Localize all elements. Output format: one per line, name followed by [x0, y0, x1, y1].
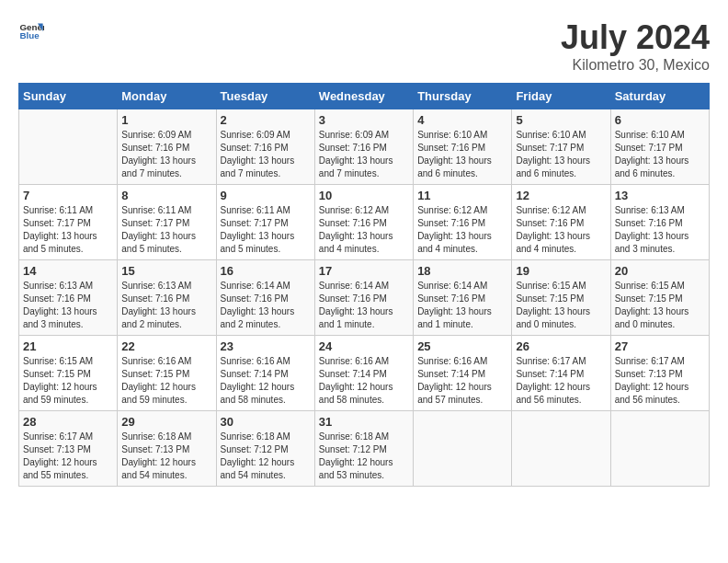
logo: General Blue: [18, 18, 44, 44]
day-number: 5: [516, 113, 606, 127]
day-header-friday: Friday: [512, 84, 610, 109]
calendar-cell: 17Sunrise: 6:14 AM Sunset: 7:16 PM Dayli…: [314, 260, 413, 336]
day-info: Sunrise: 6:13 AM Sunset: 7:16 PM Dayligh…: [121, 280, 211, 331]
day-info: Sunrise: 6:12 AM Sunset: 7:16 PM Dayligh…: [319, 204, 409, 256]
calendar-cell: 29Sunrise: 6:18 AM Sunset: 7:13 PM Dayli…: [118, 411, 216, 487]
day-info: Sunrise: 6:18 AM Sunset: 7:12 PM Dayligh…: [221, 431, 311, 482]
day-number: 7: [23, 189, 113, 202]
day-info: Sunrise: 6:10 AM Sunset: 7:17 PM Dayligh…: [615, 129, 705, 180]
day-info: Sunrise: 6:16 AM Sunset: 7:14 PM Dayligh…: [221, 355, 311, 407]
day-number: 21: [23, 339, 113, 353]
day-info: Sunrise: 6:09 AM Sunset: 7:16 PM Dayligh…: [221, 129, 311, 180]
day-number: 18: [417, 264, 507, 278]
calendar-cell: 20Sunrise: 6:15 AM Sunset: 7:15 PM Dayli…: [610, 260, 709, 336]
day-header-wednesday: Wednesday: [314, 84, 413, 109]
day-number: 11: [417, 189, 507, 202]
day-number: 16: [221, 264, 311, 278]
day-number: 3: [319, 113, 409, 127]
calendar-cell: 5Sunrise: 6:10 AM Sunset: 7:17 PM Daylig…: [512, 109, 610, 185]
calendar-cell: 9Sunrise: 6:11 AM Sunset: 7:17 PM Daylig…: [216, 185, 314, 260]
calendar-cell: [512, 411, 610, 487]
day-info: Sunrise: 6:14 AM Sunset: 7:16 PM Dayligh…: [417, 280, 507, 331]
day-info: Sunrise: 6:13 AM Sunset: 7:16 PM Dayligh…: [23, 280, 113, 331]
day-number: 2: [221, 113, 311, 127]
week-row-2: 7Sunrise: 6:11 AM Sunset: 7:17 PM Daylig…: [19, 185, 710, 260]
day-number: 26: [516, 339, 606, 353]
day-number: 9: [221, 189, 311, 202]
calendar-cell: 7Sunrise: 6:11 AM Sunset: 7:17 PM Daylig…: [19, 185, 118, 260]
calendar-cell: 10Sunrise: 6:12 AM Sunset: 7:16 PM Dayli…: [314, 185, 413, 260]
week-row-3: 14Sunrise: 6:13 AM Sunset: 7:16 PM Dayli…: [19, 260, 710, 336]
day-header-monday: Monday: [118, 84, 216, 109]
day-number: 20: [615, 264, 705, 278]
day-info: Sunrise: 6:12 AM Sunset: 7:16 PM Dayligh…: [417, 204, 507, 256]
day-info: Sunrise: 6:13 AM Sunset: 7:16 PM Dayligh…: [615, 204, 705, 256]
day-info: Sunrise: 6:14 AM Sunset: 7:16 PM Dayligh…: [319, 280, 409, 331]
day-info: Sunrise: 6:11 AM Sunset: 7:17 PM Dayligh…: [23, 204, 113, 256]
week-row-4: 21Sunrise: 6:15 AM Sunset: 7:15 PM Dayli…: [19, 336, 710, 411]
calendar-cell: 27Sunrise: 6:17 AM Sunset: 7:13 PM Dayli…: [610, 336, 709, 411]
calendar-cell: 30Sunrise: 6:18 AM Sunset: 7:12 PM Dayli…: [216, 411, 314, 487]
day-number: 13: [615, 189, 705, 202]
svg-text:Blue: Blue: [19, 30, 40, 40]
logo-icon: General Blue: [18, 18, 44, 44]
day-number: 22: [121, 339, 211, 353]
day-info: Sunrise: 6:16 AM Sunset: 7:14 PM Dayligh…: [417, 355, 507, 407]
day-info: Sunrise: 6:17 AM Sunset: 7:13 PM Dayligh…: [23, 431, 113, 482]
calendar-cell: 2Sunrise: 6:09 AM Sunset: 7:16 PM Daylig…: [216, 109, 314, 185]
calendar-cell: 16Sunrise: 6:14 AM Sunset: 7:16 PM Dayli…: [216, 260, 314, 336]
day-info: Sunrise: 6:16 AM Sunset: 7:14 PM Dayligh…: [319, 355, 409, 407]
calendar-cell: 28Sunrise: 6:17 AM Sunset: 7:13 PM Dayli…: [19, 411, 118, 487]
calendar-cell: 25Sunrise: 6:16 AM Sunset: 7:14 PM Dayli…: [414, 336, 512, 411]
day-info: Sunrise: 6:14 AM Sunset: 7:16 PM Dayligh…: [221, 280, 311, 331]
week-row-1: 1Sunrise: 6:09 AM Sunset: 7:16 PM Daylig…: [19, 109, 710, 185]
day-header-saturday: Saturday: [610, 84, 709, 109]
calendar-cell: 24Sunrise: 6:16 AM Sunset: 7:14 PM Dayli…: [314, 336, 413, 411]
calendar-cell: [610, 411, 709, 487]
day-info: Sunrise: 6:12 AM Sunset: 7:16 PM Dayligh…: [516, 204, 606, 256]
calendar-cell: 12Sunrise: 6:12 AM Sunset: 7:16 PM Dayli…: [512, 185, 610, 260]
day-header-sunday: Sunday: [19, 84, 118, 109]
calendar-cell: 19Sunrise: 6:15 AM Sunset: 7:15 PM Dayli…: [512, 260, 610, 336]
day-number: 12: [516, 189, 606, 202]
day-info: Sunrise: 6:10 AM Sunset: 7:16 PM Dayligh…: [417, 129, 507, 180]
month-title: July 2024: [561, 18, 710, 57]
week-row-5: 28Sunrise: 6:17 AM Sunset: 7:13 PM Dayli…: [19, 411, 710, 487]
calendar-cell: 3Sunrise: 6:09 AM Sunset: 7:16 PM Daylig…: [314, 109, 413, 185]
calendar-cell: 8Sunrise: 6:11 AM Sunset: 7:17 PM Daylig…: [118, 185, 216, 260]
calendar-cell: 21Sunrise: 6:15 AM Sunset: 7:15 PM Dayli…: [19, 336, 118, 411]
day-number: 28: [23, 415, 113, 429]
location-subtitle: Kilometro 30, Mexico: [561, 57, 710, 74]
day-number: 4: [417, 113, 507, 127]
page-header: General Blue July 2024 Kilometro 30, Mex…: [18, 18, 710, 74]
calendar-cell: 1Sunrise: 6:09 AM Sunset: 7:16 PM Daylig…: [118, 109, 216, 185]
day-number: 23: [221, 339, 311, 353]
day-info: Sunrise: 6:11 AM Sunset: 7:17 PM Dayligh…: [121, 204, 211, 256]
day-info: Sunrise: 6:09 AM Sunset: 7:16 PM Dayligh…: [121, 129, 211, 180]
calendar-body: 1Sunrise: 6:09 AM Sunset: 7:16 PM Daylig…: [19, 109, 710, 487]
title-block: July 2024 Kilometro 30, Mexico: [561, 18, 710, 74]
day-header-tuesday: Tuesday: [216, 84, 314, 109]
day-header-thursday: Thursday: [414, 84, 512, 109]
day-number: 19: [516, 264, 606, 278]
day-info: Sunrise: 6:17 AM Sunset: 7:14 PM Dayligh…: [516, 355, 606, 407]
day-info: Sunrise: 6:15 AM Sunset: 7:15 PM Dayligh…: [23, 355, 113, 407]
calendar-cell: 15Sunrise: 6:13 AM Sunset: 7:16 PM Dayli…: [118, 260, 216, 336]
day-number: 24: [319, 339, 409, 353]
calendar-cell: 31Sunrise: 6:18 AM Sunset: 7:12 PM Dayli…: [314, 411, 413, 487]
day-number: 30: [221, 415, 311, 429]
calendar-header-row: SundayMondayTuesdayWednesdayThursdayFrid…: [19, 84, 710, 109]
day-number: 25: [417, 339, 507, 353]
day-number: 10: [319, 189, 409, 202]
day-info: Sunrise: 6:10 AM Sunset: 7:17 PM Dayligh…: [516, 129, 606, 180]
day-info: Sunrise: 6:15 AM Sunset: 7:15 PM Dayligh…: [516, 280, 606, 331]
calendar-cell: 4Sunrise: 6:10 AM Sunset: 7:16 PM Daylig…: [414, 109, 512, 185]
calendar-cell: 14Sunrise: 6:13 AM Sunset: 7:16 PM Dayli…: [19, 260, 118, 336]
day-info: Sunrise: 6:17 AM Sunset: 7:13 PM Dayligh…: [615, 355, 705, 407]
calendar-cell: [19, 109, 118, 185]
calendar-cell: 22Sunrise: 6:16 AM Sunset: 7:15 PM Dayli…: [118, 336, 216, 411]
day-number: 15: [121, 264, 211, 278]
day-number: 31: [319, 415, 409, 429]
calendar-cell: 11Sunrise: 6:12 AM Sunset: 7:16 PM Dayli…: [414, 185, 512, 260]
day-info: Sunrise: 6:11 AM Sunset: 7:17 PM Dayligh…: [221, 204, 311, 256]
